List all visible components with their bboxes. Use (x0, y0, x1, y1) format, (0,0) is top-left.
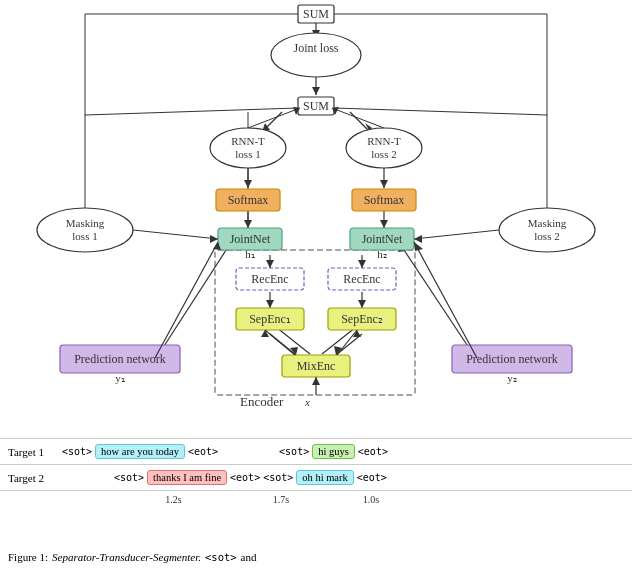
figure-caption: Figure 1: Separator-Transducer-Segmenter… (8, 551, 624, 563)
svg-text:RNN-T: RNN-T (231, 135, 265, 147)
svg-text:h₂: h₂ (377, 248, 387, 260)
target1-items: <sot> how are you today <eot> <sot> hi g… (62, 444, 388, 459)
target2-items: <sot> thanks I am fine <eot> <sot> oh hi… (114, 470, 387, 485)
t1-sot1: <sot> (62, 446, 92, 457)
svg-text:SepEnc₂: SepEnc₂ (341, 312, 383, 326)
timing-row: 1.2s 1.7s 1.0s (0, 491, 632, 507)
t1-eot1: <eot> (188, 446, 218, 457)
t2-phrase1: thanks I am fine (147, 470, 227, 485)
svg-text:JointNet: JointNet (362, 232, 403, 246)
timing-1: 1.2s (116, 494, 231, 505)
svg-text:SepEnc₁: SepEnc₁ (249, 312, 291, 326)
svg-point-42 (271, 33, 361, 77)
t2-sot2: <sot> (263, 472, 293, 483)
svg-text:Joint loss: Joint loss (293, 41, 338, 55)
target2-label: Target 2 (8, 472, 62, 484)
svg-text:loss 1: loss 1 (235, 148, 260, 160)
svg-text:loss 1: loss 1 (72, 230, 97, 242)
svg-text:Encoder: Encoder (240, 394, 284, 409)
t2-eot1: <eot> (230, 472, 260, 483)
svg-text:MixEnc: MixEnc (297, 359, 336, 373)
t2-eot2: <eot> (357, 472, 387, 483)
target1-row: Target 1 <sot> how are you today <eot> <… (0, 439, 632, 465)
svg-text:SUM: SUM (303, 7, 329, 21)
svg-text:Softmax: Softmax (364, 193, 405, 207)
t1-phrase2: hi guys (312, 444, 355, 459)
t1-phrase1: how are you today (95, 444, 185, 459)
caption-title: Separator-Transducer-Segmenter. (52, 551, 201, 563)
svg-text:loss 2: loss 2 (534, 230, 559, 242)
svg-text:Prediction network: Prediction network (74, 352, 166, 366)
diagram-area: Encoder x (0, 0, 632, 440)
t1-eot2: <eot> (358, 446, 388, 457)
svg-text:h₁: h₁ (245, 248, 255, 260)
svg-text:Masking: Masking (66, 217, 105, 229)
svg-text:RecEnc: RecEnc (251, 272, 288, 286)
svg-text:y₁: y₁ (115, 372, 125, 384)
target1-label: Target 1 (8, 446, 62, 458)
t1-sot2: <sot> (279, 446, 309, 457)
svg-text:y₂: y₂ (507, 372, 517, 384)
svg-text:SUM: SUM (303, 99, 329, 113)
svg-text:loss 2: loss 2 (371, 148, 396, 160)
architecture-diagram: Encoder x (0, 0, 632, 440)
svg-text:x: x (304, 396, 310, 408)
svg-text:Softmax: Softmax (228, 193, 269, 207)
svg-text:JointNet: JointNet (230, 232, 271, 246)
t2-phrase2: oh hi mark (296, 470, 354, 485)
svg-text:RNN-T: RNN-T (367, 135, 401, 147)
svg-text:Prediction network: Prediction network (466, 352, 558, 366)
t2-sot1: <sot> (114, 472, 144, 483)
timing-2: 1.7s (231, 494, 331, 505)
caption-mono: <sot> (205, 551, 237, 563)
timing-3: 1.0s (331, 494, 411, 505)
figure-num: Figure 1: (8, 551, 48, 563)
caption-rest: and (241, 551, 257, 563)
svg-text:Masking: Masking (528, 217, 567, 229)
target2-row: Target 2 <sot> thanks I am fine <eot> <s… (0, 465, 632, 491)
svg-text:RecEnc: RecEnc (343, 272, 380, 286)
